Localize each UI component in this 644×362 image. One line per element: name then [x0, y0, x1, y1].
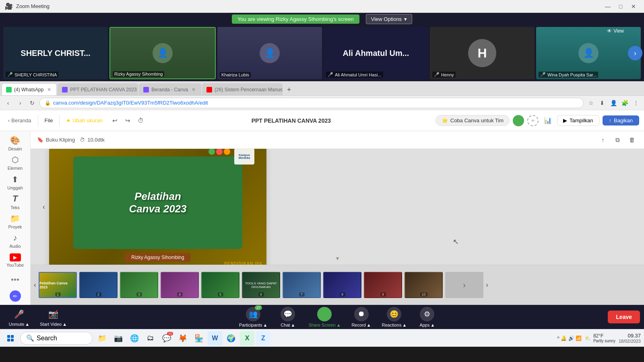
new-tab-button[interactable]: +	[283, 84, 295, 95]
slide-thumb-7[interactable]: 7	[283, 272, 321, 298]
url-input[interactable]: 🔒 canva.com/design/DAFazq3gIT0/EwV93Tm5f…	[39, 98, 584, 108]
user-avatar[interactable]	[513, 115, 524, 126]
tab-whatsapp[interactable]: (4) WhatsApp ✕	[2, 83, 57, 95]
participant-strip: Recording SHERLY CHRIST... 🎤 SHERLY CHRI…	[0, 25, 644, 81]
sidebar-item-elemen[interactable]: ⬡ Elemen	[3, 154, 27, 172]
sidebar-item-proyek[interactable]: 📁 Proyek	[3, 212, 27, 230]
collapse-arrow[interactable]: ▾	[336, 255, 339, 261]
taskbar-app-store[interactable]: 🏪	[192, 331, 206, 346]
resize-button[interactable]: ★ Ubah ukuran	[63, 116, 105, 125]
slide-thumb-1[interactable]: Pelatihan Canva 2023 1	[39, 272, 77, 298]
participant-label-rizky: Rizky Agassy Sihombing	[113, 71, 164, 77]
apps-button[interactable]: ⚙ Apps ▲	[413, 305, 441, 329]
taskbar-app-files[interactable]: 🗂	[143, 331, 158, 346]
slide-thumb-4[interactable]: 4	[161, 272, 199, 298]
participant-card-khairiza[interactable]: 👤 Khairiza Lubis	[217, 27, 322, 79]
copy-slide-button[interactable]: ⧉	[612, 134, 623, 146]
sidebar-item-desain[interactable]: 🎨 Desain	[3, 134, 27, 152]
participant-card-rizky[interactable]: 👤 Rizky Agassy Sihombing	[109, 27, 216, 79]
analytics-icon[interactable]: 📊	[542, 115, 554, 127]
taskbar-app-firefox[interactable]: 🦊	[175, 331, 190, 346]
taskbar-app-zoom[interactable]: Z	[256, 331, 270, 346]
participant-card-henny[interactable]: H 🎤 Henny	[430, 27, 535, 79]
taskbar-app-file-explorer[interactable]: 📁	[95, 331, 109, 346]
participants-button[interactable]: 👥 27 Participants ▲	[236, 305, 270, 329]
slide-thumb-10[interactable]: 10	[405, 272, 443, 298]
taskbar-app-excel[interactable]: X	[240, 331, 254, 346]
file-menu-button[interactable]: File	[41, 116, 56, 125]
thumbnails-scroll-left[interactable]: ‹	[34, 281, 36, 289]
system-clock[interactable]: 09.37 18/02/2023	[619, 333, 641, 343]
tab-close-whatsapp[interactable]: ✕	[46, 86, 52, 93]
sidebar-item-unggah[interactable]: ⬆ Unggah	[3, 173, 27, 191]
sidebar-item-youtube[interactable]: ▶ YouTube	[3, 251, 27, 269]
unmute-chevron-icon: ▲	[25, 322, 29, 327]
slide-thumb-8[interactable]: 8	[323, 272, 361, 298]
taskbar-app-camera[interactable]: 📷	[111, 331, 126, 346]
taskbar-app-word[interactable]: W	[208, 331, 222, 346]
thumbnails-scroll-right[interactable]: ›	[486, 281, 488, 289]
audio-icon: ♪	[13, 233, 17, 243]
taskbar-app-chat[interactable]: 💬 55	[159, 331, 174, 346]
tab-sistem[interactable]: (26) Sistem Pencernaan Manusia... ✕	[202, 83, 283, 95]
start-menu-button[interactable]	[3, 331, 18, 346]
leave-button[interactable]: Leave	[608, 311, 640, 323]
redo-button[interactable]: ↪	[122, 115, 134, 127]
timer-icon[interactable]: ⏱	[135, 115, 147, 127]
share-slide-button[interactable]: ↑	[597, 134, 609, 146]
slide-scroll-left[interactable]: ‹	[43, 203, 45, 211]
participant-card-ali[interactable]: Ali Ahmatul Um... 🎤 Ali Ahmatul Umri Has…	[324, 27, 428, 79]
taskbar-right-area: ^ 🔔 🔊 📶 ⛅ 82°F Partly sunny 09.37 18/02/…	[557, 333, 641, 343]
extensions-icon[interactable]: 🧩	[620, 98, 630, 108]
delete-slide-button[interactable]: 🗑	[626, 134, 638, 146]
slide-thumb-9[interactable]: 9	[364, 272, 402, 298]
edit-pen-button[interactable]: ✏	[10, 290, 21, 302]
main-slide[interactable]: PelatihanCanva 2023 Rizky Agassy Sihombi…	[49, 149, 266, 265]
participant-card-sherly[interactable]: SHERLY CHRIST... 🎤 SHERLY CHRISTINA	[3, 27, 108, 79]
try-canva-button[interactable]: ⭐ Coba Canva untuk Tim	[436, 115, 510, 126]
maximize-button[interactable]: □	[615, 2, 626, 10]
taskbar-app-edge[interactable]: 🌐	[127, 331, 142, 346]
tab-ppt[interactable]: PPT PELATIHAN CANVA 2023 - ... ✕	[58, 83, 138, 95]
present-button[interactable]: ▶ Tampilkan	[557, 115, 599, 126]
more-options-icon[interactable]: ⋮	[631, 98, 641, 108]
slide-thumb-more[interactable]: ›	[445, 272, 483, 298]
reactions-button[interactable]: 😊 Reactions ▲	[379, 305, 410, 329]
next-participant-button[interactable]: ›	[628, 46, 642, 60]
undo-button[interactable]: ↩	[109, 115, 121, 127]
bookmark-icon[interactable]: ☆	[586, 98, 596, 108]
browser-tab-bar: (4) WhatsApp ✕ PPT PELATIHAN CANVA 2023 …	[0, 81, 644, 96]
chat-button[interactable]: 💬 Chat ▲	[274, 305, 302, 329]
profile-icon[interactable]: 👤	[609, 98, 618, 108]
tab-close-beranda[interactable]: ✕	[190, 86, 197, 93]
buku-kliping-button[interactable]: 🔖 Buku Kliping	[37, 137, 75, 143]
taskbar-app-chrome[interactable]: 🌍	[224, 331, 238, 346]
forward-button[interactable]: ›	[15, 98, 25, 108]
slide-thumb-6[interactable]: TOOLS YANG DAPAT DIGUNAKAN 6	[242, 272, 280, 298]
add-collaborator-button[interactable]: +	[527, 115, 539, 126]
minimize-button[interactable]: —	[602, 2, 613, 10]
view-button[interactable]: 👁 View	[607, 28, 624, 34]
taskbar-left: 🎤 Unmute ▲ 📷 Start Video ▲	[4, 306, 69, 328]
sidebar-label-unggah: Unggah	[7, 185, 23, 190]
slide-thumb-2[interactable]: 2	[79, 272, 118, 298]
back-button[interactable]: ‹	[3, 98, 13, 108]
slide-thumb-3[interactable]: 3	[120, 272, 158, 298]
participant-card-wina[interactable]: 👤 🎤 Wina Dyah Puspita Sar...	[536, 27, 641, 79]
record-button[interactable]: ⏺ Record ▲	[347, 305, 376, 329]
taskbar-search-box[interactable]: 🔍 Search	[20, 332, 93, 345]
share-screen-button[interactable]: ⬆ Share Screen ▲	[305, 305, 344, 329]
tab-beranda[interactable]: Beranda - Canva ✕	[139, 83, 201, 95]
download-icon[interactable]: ⬇	[597, 98, 607, 108]
start-video-button[interactable]: 📷 Start Video ▲	[37, 306, 69, 328]
view-options-button[interactable]: View Options ▾	[366, 14, 412, 24]
canva-home-button[interactable]: ‹ Beranda	[5, 116, 35, 125]
slide-thumb-5[interactable]: 5	[201, 272, 239, 298]
sidebar-item-teks[interactable]: T Teks	[3, 193, 27, 211]
unmute-button[interactable]: 🎤 Unmute ▲	[4, 306, 34, 328]
close-button[interactable]: ✕	[628, 2, 639, 10]
sidebar-item-more[interactable]: •••	[3, 271, 27, 289]
sidebar-item-audio[interactable]: ♪ Audio	[3, 232, 27, 250]
reload-button[interactable]: ↻	[27, 98, 37, 108]
share-button[interactable]: ↑ Bagikan	[603, 115, 639, 125]
